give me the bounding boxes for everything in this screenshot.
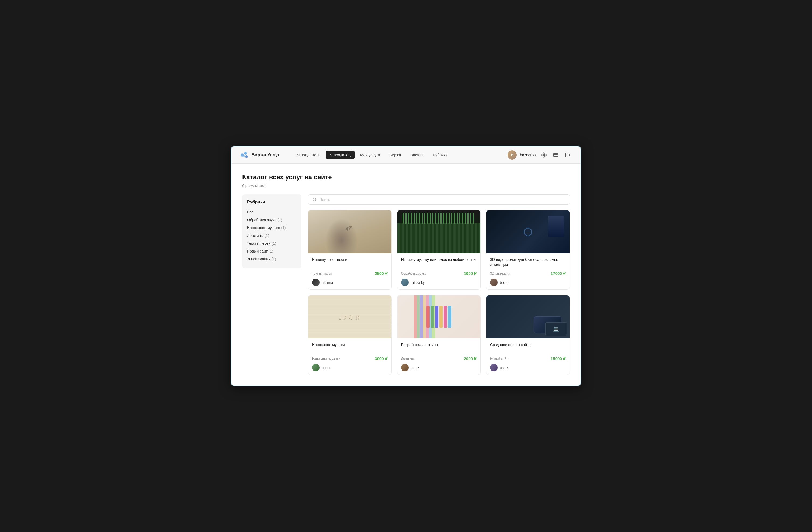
sidebar-item-audio[interactable]: Обработка звука (1) <box>247 216 296 224</box>
author-avatar <box>312 279 320 286</box>
navbar: Биржа Услуг Я покупатель Я продавец Мои … <box>231 146 581 163</box>
card-meta: Написание музыки 3000 ₽ <box>312 356 388 361</box>
logo[interactable]: Биржа Услуг <box>240 151 280 159</box>
search-input[interactable] <box>320 197 565 202</box>
card-price: 2000 ₽ <box>464 356 477 361</box>
page-title: Каталог всех услуг на сайте <box>242 173 570 181</box>
card-meta: Логотипы 2000 ₽ <box>401 356 477 361</box>
author-avatar <box>490 364 497 371</box>
card-title: Извлеку музыку или голос из любой песни <box>401 257 477 268</box>
author-name: user4 <box>322 366 331 370</box>
wallet-button[interactable] <box>551 150 560 159</box>
card-meta: Тексты песен 2500 ₽ <box>312 271 388 276</box>
card-category: Новый сайт <box>490 357 508 361</box>
card-category: Логотипы <box>401 357 415 361</box>
card-price: 15000 ₽ <box>551 356 566 361</box>
card-music[interactable]: Написание музыки Написание музыки 3000 ₽… <box>308 295 392 375</box>
sidebar-item-all[interactable]: Все <box>247 208 296 216</box>
logout-icon <box>565 152 570 158</box>
results-count: 6 результатов <box>242 184 570 188</box>
card-image-laptop: 💻 <box>486 296 569 339</box>
card-title: Создание нового сайта <box>490 342 566 353</box>
card-meta: 3D-анимация 17000 ₽ <box>490 271 566 276</box>
author-name: user6 <box>500 366 509 370</box>
avatar[interactable]: H <box>508 150 517 160</box>
settings-button[interactable] <box>540 150 548 159</box>
author-name: albinna <box>322 281 333 285</box>
card-category: Написание музыки <box>312 357 340 361</box>
author-name: rakovsky <box>411 281 424 285</box>
sidebar: Рубрики Все Обработка звука (1) Написани… <box>242 194 302 269</box>
logout-button[interactable] <box>563 150 572 159</box>
wallet-icon <box>553 152 559 158</box>
svg-point-4 <box>543 154 545 156</box>
sidebar-item-logo[interactable]: Логотипы (1) <box>247 232 296 240</box>
svg-point-1 <box>244 152 247 155</box>
card-body: Извлеку музыку или голос из любой песни … <box>397 253 481 289</box>
avatar-image: H <box>508 150 517 160</box>
sidebar-item-lyrics[interactable]: Тексты песен (1) <box>247 240 296 247</box>
card-price: 17000 ₽ <box>551 271 566 276</box>
sidebar-item-3d[interactable]: 3D-анимация (1) <box>247 255 296 263</box>
author-avatar <box>312 364 320 371</box>
card-title: 3D видеоролик для бизнеса, рекламы. Аним… <box>490 257 566 268</box>
logo-icon <box>240 151 249 159</box>
card-price: 3000 ₽ <box>375 356 388 361</box>
nav-orders[interactable]: Заказы <box>406 150 427 159</box>
card-price: 2500 ₽ <box>375 271 388 276</box>
card-body: Напишу текст песни Тексты песен 2500 ₽ a… <box>308 253 391 289</box>
card-image-design <box>397 296 481 339</box>
nav-my-services[interactable]: Мои услуги <box>356 150 384 159</box>
card-image-3d: ⬡ <box>486 210 569 253</box>
card-author: rakovsky <box>401 279 477 286</box>
nav-right: H hazadus7 <box>508 150 572 160</box>
nav-seller[interactable]: Я продавец <box>326 150 355 159</box>
svg-rect-5 <box>554 153 558 157</box>
card-meta: Новый сайт 15000 ₽ <box>490 356 566 361</box>
card-category: Обработка звука <box>401 272 426 275</box>
nav-links: Я покупатель Я продавец Мои услуги Биржа… <box>293 150 508 159</box>
logo-text: Биржа Услуг <box>251 152 280 158</box>
card-image-mixing <box>397 210 481 253</box>
author-avatar <box>401 364 409 371</box>
card-title: Разработка логотипа <box>401 342 477 353</box>
card-category: Тексты песен <box>312 272 332 275</box>
card-title: Написание музыки <box>312 342 388 353</box>
search-icon <box>313 197 317 202</box>
sidebar-item-website[interactable]: Новый сайт (1) <box>247 247 296 255</box>
author-name: user5 <box>411 366 420 370</box>
svg-line-8 <box>316 200 316 201</box>
card-body: Создание нового сайта Новый сайт 15000 ₽… <box>486 339 569 375</box>
gear-icon <box>541 152 547 158</box>
author-avatar <box>490 279 497 286</box>
right-area: Напишу текст песни Тексты песен 2500 ₽ a… <box>308 194 570 375</box>
sidebar-item-music[interactable]: Написание музыки (1) <box>247 224 296 232</box>
nav-categories[interactable]: Рубрики <box>429 150 452 159</box>
sidebar-title: Рубрики <box>247 200 296 204</box>
card-author: user5 <box>401 364 477 371</box>
author-name: boris <box>500 281 507 285</box>
card-title: Напишу текст песни <box>312 257 388 268</box>
svg-point-7 <box>313 198 316 201</box>
card-image-writing <box>308 210 391 253</box>
card-audio[interactable]: Извлеку музыку или голос из любой песни … <box>397 210 481 290</box>
card-author: boris <box>490 279 566 286</box>
svg-point-2 <box>245 155 248 158</box>
browser-window: Биржа Услуг Я покупатель Я продавец Мои … <box>231 146 581 386</box>
card-website[interactable]: 💻 Создание нового сайта Новый сайт 15000… <box>486 295 570 375</box>
card-price: 1000 ₽ <box>464 271 477 276</box>
content-layout: Рубрики Все Обработка звука (1) Написани… <box>242 194 570 375</box>
card-author: user4 <box>312 364 388 371</box>
card-category: 3D-анимация <box>490 272 510 275</box>
card-author: user6 <box>490 364 566 371</box>
card-body: Разработка логотипа Логотипы 2000 ₽ user… <box>397 339 481 375</box>
card-author: albinna <box>312 279 388 286</box>
nav-exchange[interactable]: Биржа <box>385 150 405 159</box>
card-logo[interactable]: Разработка логотипа Логотипы 2000 ₽ user… <box>397 295 481 375</box>
nav-buyer[interactable]: Я покупатель <box>293 150 325 159</box>
card-body: Написание музыки Написание музыки 3000 ₽… <box>308 339 391 375</box>
card-lyrics[interactable]: Напишу текст песни Тексты песен 2500 ₽ a… <box>308 210 392 290</box>
main-content: Каталог всех услуг на сайте 6 результато… <box>231 163 581 386</box>
card-3d[interactable]: ⬡ 3D видеоролик для бизнеса, рекламы. Ан… <box>486 210 570 290</box>
search-bar <box>308 194 570 204</box>
